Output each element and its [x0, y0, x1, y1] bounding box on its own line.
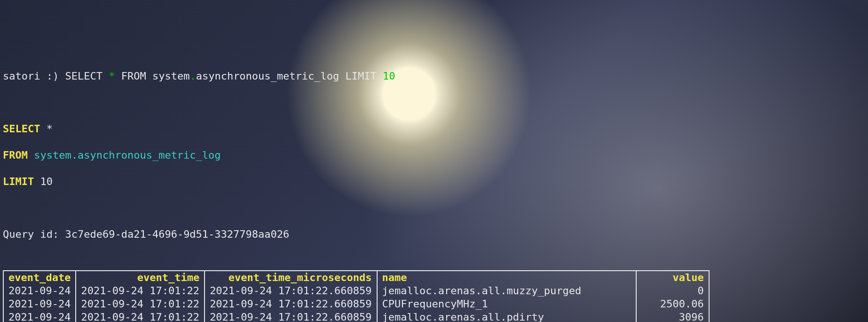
cell-event_time_microseconds: 2021-09-24 17:01:22.660859 [205, 298, 377, 311]
query-id-line: Query id: 3c7ede69-da21-4696-9d51-332779… [3, 228, 865, 241]
cell-event_time_microseconds: 2021-09-24 17:01:22.660859 [205, 311, 377, 322]
table-identifier: system.asynchronous_metric_log [34, 149, 221, 161]
col-event-time: event_time [137, 272, 199, 283]
cell-event_time_microseconds: 2021-09-24 17:01:22.660859 [205, 284, 377, 298]
query-id-value: 3c7ede69-da21-4696-9d51-3327798aa026 [65, 228, 289, 240]
table-row: 2021-09-242021-09-24 17:01:222021-09-24 … [3, 311, 709, 322]
keyword-select: SELECT [3, 123, 40, 135]
col-event-time-microseconds: event_time_microseconds [229, 272, 372, 283]
keyword-limit: LIMIT [3, 176, 34, 187]
limit-value: 10 [40, 176, 53, 187]
cell-value: 2500.06 [636, 298, 709, 311]
typed-query[interactable]: SELECT * FROM system.asynchronous_metric… [65, 70, 395, 82]
result-table: event_date event_time event_time_microse… [3, 270, 710, 322]
col-value: value [673, 272, 704, 283]
star-glob: * [47, 123, 53, 135]
keyword-from: FROM [3, 149, 28, 161]
table-row: 2021-09-242021-09-24 17:01:222021-09-24 … [3, 284, 709, 298]
terminal-output: satori :) SELECT * FROM system.asynchron… [3, 56, 865, 322]
cell-event_time: 2021-09-24 17:01:22 [76, 284, 205, 298]
cell-name: CPUFrequencyMHz_1 [377, 298, 637, 311]
prompt-host: satori [3, 70, 40, 82]
col-event-date: event_date [8, 272, 71, 283]
cell-value: 0 [636, 284, 709, 298]
prompt-line[interactable]: satori :) SELECT * FROM system.asynchron… [3, 70, 865, 83]
query-id-label: Query id: [3, 228, 59, 240]
table-header-row: event_date event_time event_time_microse… [3, 271, 709, 284]
echo-line-2: FROM system.asynchronous_metric_log [3, 149, 865, 162]
cell-event_date: 2021-09-24 [3, 311, 76, 322]
col-name: name [382, 272, 407, 283]
prompt-glyph: :) [47, 70, 59, 82]
cell-event_time: 2021-09-24 17:01:22 [76, 311, 205, 322]
cell-value: 3096 [636, 311, 709, 322]
echo-line-3: LIMIT 10 [3, 175, 865, 188]
cell-event_date: 2021-09-24 [3, 298, 76, 311]
echo-line-1: SELECT * [3, 122, 865, 136]
cell-name: jemalloc.arenas.all.pdirty [377, 311, 637, 322]
cell-event_date: 2021-09-24 [3, 284, 76, 298]
table-row: 2021-09-242021-09-24 17:01:222021-09-24 … [3, 298, 709, 311]
cell-event_time: 2021-09-24 17:01:22 [76, 298, 205, 311]
cell-name: jemalloc.arenas.all.muzzy_purged [377, 284, 637, 298]
